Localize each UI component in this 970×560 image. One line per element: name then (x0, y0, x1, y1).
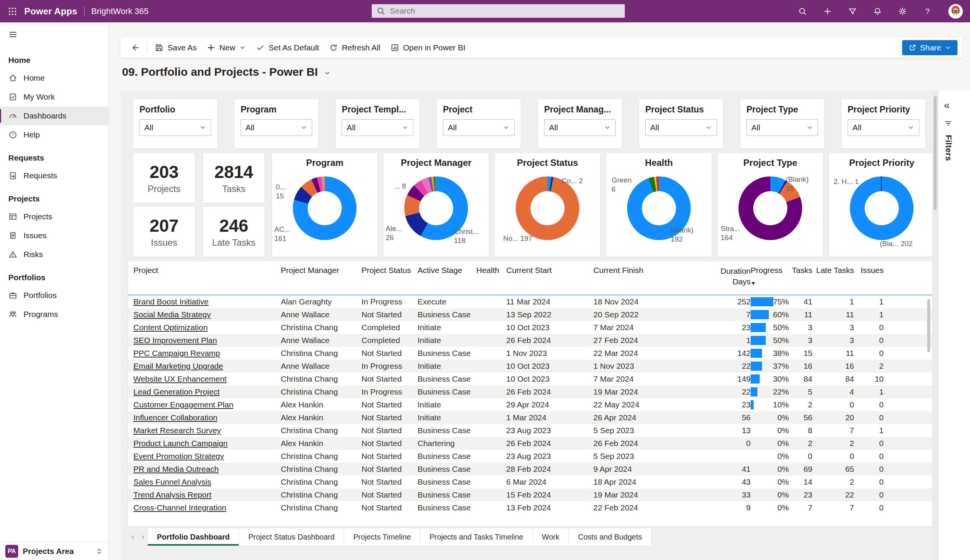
help-question-icon[interactable]: ? (923, 7, 932, 16)
project-cell: Influencer Collaboration (134, 413, 281, 422)
filter-dropdown[interactable]: All (443, 119, 514, 136)
share-button[interactable]: Share (902, 40, 958, 55)
column-header-project[interactable]: Project (134, 266, 281, 275)
current-start-cell: 28 Feb 2024 (506, 465, 593, 474)
project-link[interactable]: Market Research Survey (134, 426, 221, 435)
project-link[interactable]: Social Media Strategy (134, 310, 211, 319)
sidebar-item-label: Programs (23, 310, 58, 319)
open-in-power-bi-button[interactable]: Open in Power BI (386, 41, 471, 55)
tab-scroll-left[interactable]: ‹ (128, 528, 138, 546)
column-header-duration-days[interactable]: Duration Days (684, 266, 751, 287)
project-link[interactable]: Sales Funnel Analysis (134, 477, 211, 486)
project-link[interactable]: Trend Analysis Report (134, 490, 211, 499)
collapse-filters-button[interactable]: « (944, 99, 970, 111)
table-row: Brand Boost InitiativeAlan GeraghtyIn Pr… (128, 295, 932, 308)
search-box[interactable] (371, 4, 625, 18)
column-header-project-manager[interactable]: Project Manager (281, 266, 361, 275)
project-link[interactable]: Content Optimization (134, 323, 208, 332)
sidebar-item-portfolios[interactable]: Portfolios (0, 286, 109, 305)
filter-dropdown[interactable]: All (139, 119, 211, 136)
project-link[interactable]: Customer Engagement Plan (134, 400, 234, 409)
project-link[interactable]: PR and Media Outreach (134, 465, 219, 473)
kpi-label: Projects (148, 183, 181, 194)
sidebar-item-help[interactable]: ?Help (0, 125, 109, 144)
plus-icon[interactable] (823, 7, 832, 16)
table-scrollbar[interactable] (927, 299, 930, 352)
chevron-down-icon[interactable] (324, 70, 331, 77)
sidebar-item-projects[interactable]: Projects (0, 207, 109, 226)
filter-dropdown[interactable]: All (342, 119, 413, 136)
project-link[interactable]: Influencer Collaboration (134, 413, 217, 422)
report-tab-project-status-dashboard[interactable]: Project Status Dashboard (239, 528, 344, 546)
project-link[interactable]: Event Promotion Strategy (134, 452, 224, 460)
notifications-bell-icon[interactable] (873, 7, 882, 16)
sidebar-item-dashboards[interactable]: Dashboards (0, 107, 109, 125)
app-launcher-icon[interactable] (8, 7, 17, 16)
project-link[interactable]: Lead Generation Project (134, 387, 220, 396)
filter-dropdown[interactable]: All (544, 119, 616, 136)
project-link[interactable]: Website UX Enhancement (134, 375, 227, 383)
report-tab-projects-and-tasks-timeline[interactable]: Projects and Tasks Timeline (420, 528, 533, 546)
column-header-late-tasks[interactable]: Late Tasks (812, 266, 854, 275)
sidebar-item-label: Issues (23, 231, 47, 240)
column-header-current-finish[interactable]: Current Finish (593, 266, 684, 275)
column-header-tasks[interactable]: Tasks (790, 266, 812, 275)
projects-icon (8, 212, 17, 221)
report-tab-portfolio-dashboard[interactable]: Portfolio Dashboard (147, 528, 239, 546)
sidebar-item-my-work[interactable]: My Work (0, 87, 109, 107)
kpi-label: Late Tasks (212, 237, 255, 248)
report-tab-projects-timeline[interactable]: Projects Timeline (344, 528, 420, 546)
refresh-all-button[interactable]: Refresh All (324, 41, 386, 55)
filter-dropdown[interactable]: All (645, 119, 717, 136)
filter-dropdown[interactable]: All (848, 119, 919, 136)
avatar[interactable] (948, 4, 963, 19)
report-tab-costs-and-budgets[interactable]: Costs and Budgets (568, 528, 651, 546)
sidebar-item-home[interactable]: Home (0, 68, 109, 87)
sidebar-item-requests[interactable]: Requests (0, 166, 109, 185)
filter-icon[interactable] (848, 7, 857, 16)
search-input[interactable] (389, 6, 620, 16)
settings-gear-icon[interactable] (898, 7, 907, 16)
project-link[interactable]: PPC Campaign Revamp (134, 349, 220, 357)
column-header-health[interactable]: Health (476, 266, 506, 275)
search-icon[interactable] (798, 7, 807, 16)
page-scrollbar-thumb[interactable] (933, 96, 937, 210)
donut-ring[interactable] (293, 177, 357, 240)
new-button[interactable]: New (202, 41, 251, 55)
sort-indicator-icon[interactable]: ▼ (751, 280, 790, 286)
column-header-project-status[interactable]: Project Status (361, 266, 417, 275)
sidebar-item-issues[interactable]: Issues (0, 226, 109, 245)
back-button[interactable] (126, 41, 145, 55)
column-header-progress[interactable]: Progress▼ (751, 266, 790, 286)
column-header-active-stage[interactable]: Active Stage (417, 266, 476, 275)
save-as-button[interactable]: Save As (150, 41, 202, 55)
chart-title: Project Type (718, 158, 823, 168)
column-header-issues[interactable]: Issues (854, 266, 883, 275)
filter-lines-icon[interactable] (944, 119, 953, 128)
report-tab-work[interactable]: Work (533, 528, 569, 546)
issues-cell: 0 (854, 349, 883, 358)
column-header-current-start[interactable]: Current Start (506, 266, 593, 275)
donut-chart-project-manager: Project Manager... 8Ale...26Christ...118 (384, 153, 489, 257)
current-finish-cell: 1 Nov 2023 (593, 362, 684, 371)
project-link[interactable]: SEO Improvement Plan (134, 336, 217, 345)
donut-ring[interactable] (850, 177, 913, 240)
tab-scroll-right[interactable]: › (138, 528, 148, 546)
portfolios-icon (8, 291, 17, 300)
set-as-default-button[interactable]: Set As Default (251, 41, 324, 55)
filter-dropdown[interactable]: All (746, 119, 818, 136)
project-link[interactable]: Cross-Channel Integration (134, 503, 226, 512)
project-link[interactable]: Brand Boost Initiative (134, 297, 209, 306)
project-link[interactable]: Email Marketing Upgrade (134, 362, 223, 370)
late-tasks-cell: 11 (812, 349, 854, 358)
sidebar-item-programs[interactable]: Programs (0, 305, 109, 324)
filters-rail-label[interactable]: Filters (943, 135, 953, 161)
filter-card-6: Project StatusAll (639, 99, 723, 148)
project-link[interactable]: Product Launch Campaign (134, 439, 228, 448)
donut-ring[interactable] (516, 177, 579, 240)
sidebar-item-risks[interactable]: Risks (0, 245, 109, 264)
late-tasks-cell: 3 (812, 323, 854, 332)
filter-dropdown[interactable]: All (240, 119, 312, 136)
area-switcher[interactable]: PA Projects Area (0, 542, 109, 560)
hamburger-menu-icon[interactable] (8, 30, 17, 39)
